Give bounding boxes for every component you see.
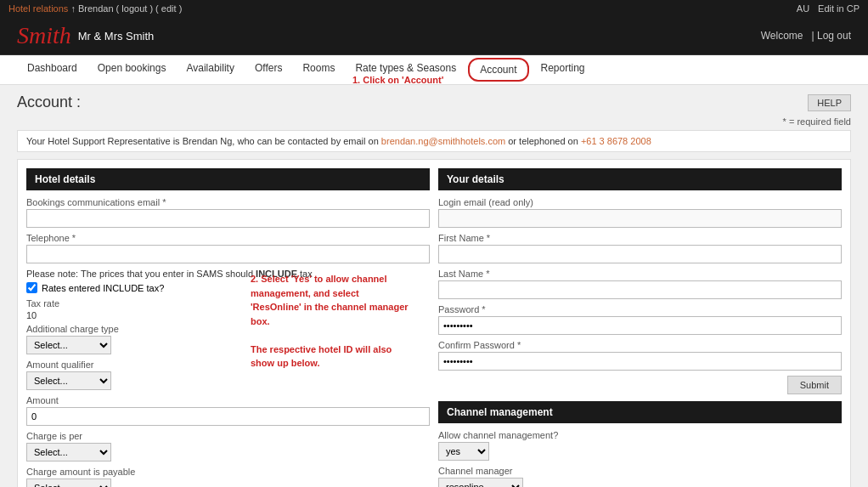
include-tax-row: Rates entered INCLUDE tax? (26, 282, 430, 293)
top-bar-right: AU Edit in CP (797, 3, 860, 14)
confirm-password-group: Confirm Password * (438, 340, 842, 371)
required-note: * = required field (17, 116, 851, 127)
right-panel: Your details Login email (read only) Fir… (438, 168, 842, 487)
top-bar: Hotel relations ↑ Brendan ( logout ) ( e… (0, 0, 868, 17)
info-bar: Your Hotel Support Representative is Bre… (17, 130, 851, 152)
password-group: Password * (438, 304, 842, 335)
main-layout: Hotel details Bookings communications em… (17, 159, 851, 487)
last-name-input[interactable] (438, 280, 842, 299)
bookings-email-group: Bookings communications email * (26, 197, 430, 228)
password-label: Password * (438, 304, 842, 314)
nav-availability[interactable]: Availability (176, 55, 244, 84)
header: Smith Mr & Mrs Smith Welcome | Log out (0, 17, 868, 55)
nav-rate-types[interactable]: Rate types & Seasons (345, 55, 466, 84)
hotel-details-header: Hotel details (26, 168, 430, 190)
edit-link[interactable]: edit (161, 3, 177, 14)
page-content: 1. Click on 'Account' Account : HELP * =… (0, 85, 868, 487)
channel-manager-label: Channel manager (438, 466, 842, 476)
bookings-email-label: Bookings communications email * (26, 197, 430, 207)
note-include: INCLUDE (256, 269, 297, 279)
nav-open-bookings[interactable]: Open bookings (87, 55, 177, 84)
info-email[interactable]: brendan.ng@smithhotels.com (381, 136, 505, 146)
login-email-group: Login email (read only) (438, 197, 842, 228)
include-tax-label: Rates entered INCLUDE tax? (42, 283, 164, 293)
telephone-input[interactable] (26, 245, 430, 263)
nav-reporting[interactable]: Reporting (531, 55, 595, 84)
amount-qualifier-select[interactable]: Select... (26, 371, 111, 390)
last-name-label: Last Name * (438, 269, 842, 279)
hotel-details-panel: Hotel details Bookings communications em… (26, 168, 430, 487)
edit-in-cp-link[interactable]: Edit in CP (818, 3, 860, 14)
help-button[interactable]: HELP (808, 94, 851, 111)
confirm-password-label: Confirm Password * (438, 340, 842, 350)
nav-offers[interactable]: Offers (245, 55, 292, 84)
logo-area: Smith Mr & Mrs Smith (17, 24, 154, 48)
your-details-submit-row: Submit (438, 376, 842, 394)
logo-text: Mr & Mrs Smith (78, 30, 155, 42)
locale: AU (797, 3, 809, 14)
amount-qualifier-group: Amount qualifier Select... (26, 360, 430, 390)
amount-qualifier-label: Amount qualifier (26, 360, 430, 370)
user-name: Brendan (78, 3, 114, 14)
note-suffix: tax (300, 269, 313, 279)
logo-script: Smith (17, 24, 71, 48)
telephone-group: Telephone * (26, 233, 430, 263)
amount-group: Amount (26, 395, 430, 426)
info-phone[interactable]: +61 3 8678 2008 (581, 136, 651, 146)
nav-dashboard[interactable]: Dashboard (17, 55, 87, 84)
first-name-label: First Name * (438, 233, 842, 243)
allow-channel-label: Allow channel management? (438, 430, 842, 440)
log-out-link[interactable]: | Log out (812, 30, 852, 42)
hotel-relations-link[interactable]: Hotel relations (8, 3, 68, 14)
charge-payable-select[interactable]: Select... (26, 479, 111, 487)
channel-management-section: Channel management Allow channel managem… (438, 401, 842, 487)
channel-manager-select[interactable]: resonline (438, 478, 523, 487)
navigation: Dashboard Open bookings Availability Off… (0, 55, 868, 85)
login-email-label: Login email (read only) (438, 197, 842, 207)
channel-management-header: Channel management (438, 401, 842, 423)
charge-per-label: Charge is per (26, 431, 430, 441)
nav-rooms[interactable]: Rooms (292, 55, 345, 84)
top-bar-close: ) (179, 3, 183, 14)
top-bar-sep2: ) ( (149, 3, 158, 14)
password-input[interactable] (438, 316, 842, 335)
tax-rate-value: 10 (26, 310, 430, 320)
charge-per-select[interactable]: Select... (26, 443, 111, 462)
additional-charge-label: Additional charge type (26, 324, 430, 334)
charge-per-group: Charge is per Select... (26, 431, 430, 462)
allow-channel-group: Allow channel management? yes no (438, 430, 842, 461)
page-title: Account : (17, 93, 81, 111)
top-bar-left: Hotel relations ↑ Brendan ( logout ) ( e… (8, 3, 182, 14)
additional-charge-group: Additional charge type Select... (26, 324, 430, 354)
telephone-label: Telephone * (26, 233, 430, 243)
page-title-row: Account : HELP (17, 93, 851, 111)
amount-label: Amount (26, 395, 430, 405)
confirm-password-input[interactable] (438, 352, 842, 371)
separator: ↑ (70, 3, 78, 14)
additional-charge-select[interactable]: Select... (26, 336, 111, 354)
first-name-input[interactable] (438, 245, 842, 263)
welcome-text: Welcome (761, 30, 803, 42)
last-name-group: Last Name * (438, 269, 842, 299)
note-text: Please note: The prices that you enter i… (26, 269, 430, 279)
info-or: or telephoned on (508, 136, 578, 146)
bookings-email-input[interactable] (26, 209, 430, 228)
allow-channel-select[interactable]: yes no (438, 442, 489, 461)
header-right: Welcome | Log out (761, 30, 851, 42)
include-tax-checkbox[interactable] (26, 282, 37, 293)
login-email-input[interactable] (438, 209, 842, 228)
your-details-submit-button[interactable]: Submit (787, 376, 842, 394)
first-name-group: First Name * (438, 233, 842, 263)
logout-link[interactable]: logout (121, 3, 147, 14)
tax-rate-label: Tax rate (26, 298, 430, 309)
top-bar-parens: ( (116, 3, 120, 14)
nav-account[interactable]: Account (468, 58, 528, 82)
charge-payable-group: Charge amount is payable Select... (26, 467, 430, 487)
channel-manager-group: Channel manager resonline (438, 466, 842, 487)
amount-input[interactable] (26, 407, 430, 426)
your-details-header: Your details (438, 168, 842, 190)
charge-payable-label: Charge amount is payable (26, 467, 430, 477)
info-text: Your Hotel Support Representative is Bre… (26, 136, 379, 146)
